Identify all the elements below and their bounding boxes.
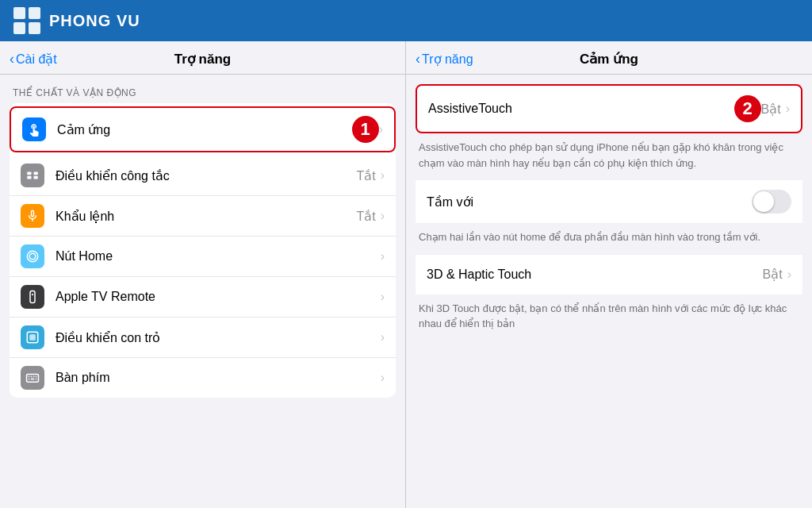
svg-rect-17: [33, 376, 35, 378]
haptic-chevron-icon: ›: [787, 267, 791, 282]
svg-rect-7: [34, 176, 38, 179]
dieu-khien-cong-tac-value: Tắt: [356, 168, 375, 183]
right-back-label: Trợ năng: [422, 52, 473, 67]
svg-point-8: [27, 251, 38, 262]
right-back-chevron-icon: ‹: [416, 51, 420, 67]
nut-home-chevron-icon: ›: [381, 249, 385, 264]
dieu-khien-con-tro-chevron-icon: ›: [381, 330, 385, 344]
right-nav-title: Cảm ứng: [580, 51, 638, 67]
apple-tv-remote-icon: [21, 285, 44, 309]
ban-phim-label: Bàn phím: [56, 371, 381, 385]
main-content: ‹ Cài đặt Trợ năng THỂ CHẤT VÀ VẬN ĐỘNG …: [0, 41, 812, 508]
left-nav-bar: ‹ Cài đặt Trợ năng: [0, 41, 405, 75]
left-panel: ‹ Cài đặt Trợ năng THỂ CHẤT VÀ VẬN ĐỘNG …: [0, 41, 406, 508]
svg-rect-6: [34, 172, 38, 175]
dieu-khien-cong-tac-chevron-icon: ›: [381, 168, 385, 183]
settings-item-nut-home[interactable]: Nút Home ›: [10, 237, 396, 277]
assistivetouch-container: AssistiveTouch 2 Bật ›: [416, 84, 802, 133]
khau-lenh-value: Tắt: [356, 209, 375, 224]
settings-item-tam-voi[interactable]: Tầm với: [416, 180, 802, 223]
ban-phim-icon: [21, 366, 44, 390]
step-2-badge: 2: [734, 95, 761, 122]
apple-tv-remote-chevron-icon: ›: [381, 290, 385, 304]
svg-rect-13: [29, 334, 36, 341]
tam-voi-container: Tầm với: [416, 180, 802, 223]
haptic-container: 3D & Haptic Touch Bật ›: [416, 255, 802, 294]
assistivetouch-desc: AssistiveTouch cho phép bạn sử dụng iPho…: [406, 137, 812, 180]
svg-rect-1: [29, 7, 40, 19]
tam-voi-toggle-knob: [753, 191, 774, 212]
khau-lenh-chevron-icon: ›: [381, 209, 385, 223]
svg-rect-10: [30, 291, 35, 303]
dieu-khien-cong-tac-icon: [21, 164, 44, 187]
ban-phim-chevron-icon: ›: [381, 371, 385, 385]
khau-lenh-label: Khẩu lệnh: [56, 209, 356, 224]
svg-rect-3: [29, 22, 40, 34]
left-back-chevron-icon: ‹: [10, 51, 14, 67]
svg-rect-0: [13, 7, 25, 19]
section-header-physical: THỂ CHẤT VÀ VẬN ĐỘNG: [0, 75, 405, 103]
phong-vu-logo-icon: [13, 6, 41, 35]
settings-item-cam-ung[interactable]: Cảm ứng 1 ›: [10, 106, 396, 152]
right-panel: ‹ Trợ năng Cảm ứng AssistiveTouch 2 Bật …: [406, 41, 812, 508]
nut-home-label: Nút Home: [56, 249, 381, 264]
svg-rect-16: [31, 376, 33, 378]
assistivetouch-value: Bật: [761, 102, 781, 117]
cam-ung-label: Cảm ứng: [57, 122, 344, 137]
right-back-button[interactable]: ‹ Trợ năng: [416, 51, 473, 67]
tam-voi-label: Tầm với: [427, 194, 752, 210]
haptic-label: 3D & Haptic Touch: [427, 267, 763, 282]
tam-voi-desc: Chạm hai lần vào nút home để đưa phần đầ…: [406, 226, 812, 255]
svg-rect-15: [29, 376, 30, 378]
svg-point-9: [29, 253, 36, 260]
haptic-desc: Khi 3D Touch được bật, bạn có thể nhấn t…: [406, 298, 812, 341]
haptic-value: Bật: [763, 267, 783, 282]
assistivetouch-chevron-icon: ›: [786, 102, 790, 116]
svg-rect-21: [31, 379, 35, 380]
svg-rect-14: [27, 375, 39, 383]
svg-rect-5: [27, 176, 31, 179]
khau-lenh-icon: [21, 204, 44, 228]
settings-item-apple-tv-remote[interactable]: Apple TV Remote ›: [10, 277, 396, 318]
right-nav-bar: ‹ Trợ năng Cảm ứng: [406, 41, 812, 75]
left-back-label: Cài đặt: [16, 52, 57, 67]
settings-item-khau-lenh[interactable]: Khẩu lệnh Tắt ›: [10, 196, 396, 237]
svg-point-11: [32, 294, 33, 295]
settings-item-dieu-khien-cong-tac[interactable]: Điều khiển công tắc Tắt ›: [10, 156, 396, 196]
settings-item-assistivetouch[interactable]: AssistiveTouch 2 Bật ›: [416, 84, 802, 133]
left-back-button[interactable]: ‹ Cài đặt: [10, 51, 57, 67]
svg-rect-4: [27, 172, 31, 175]
tam-voi-toggle[interactable]: [752, 190, 791, 214]
svg-rect-18: [36, 376, 37, 378]
assistivetouch-label: AssistiveTouch: [428, 102, 726, 116]
left-settings-list: Cảm ứng 1 › Điều khiển công tắc Tắt › Kh…: [10, 103, 396, 398]
svg-rect-2: [13, 22, 25, 34]
cam-ung-icon: [22, 117, 46, 141]
settings-item-dieu-khien-con-tro[interactable]: Điều khiển con trỏ ›: [10, 318, 396, 358]
settings-item-ban-phim[interactable]: Bàn phím ›: [10, 358, 396, 398]
settings-item-haptic[interactable]: 3D & Haptic Touch Bật ›: [416, 255, 802, 294]
svg-rect-19: [29, 379, 30, 380]
dieu-khien-cong-tac-label: Điều khiển công tắc: [56, 168, 356, 183]
dieu-khien-con-tro-label: Điều khiển con trỏ: [56, 330, 381, 345]
svg-rect-20: [36, 379, 37, 380]
cam-ung-chevron-icon: ›: [379, 122, 383, 137]
step-1-badge: 1: [352, 116, 379, 143]
left-nav-title: Trợ năng: [174, 51, 231, 67]
logo-text: PHONG VU: [49, 12, 140, 30]
dieu-khien-con-tro-icon: [21, 325, 44, 349]
header: PHONG VU: [0, 0, 812, 41]
apple-tv-remote-label: Apple TV Remote: [56, 290, 381, 304]
nut-home-icon: [21, 244, 44, 268]
